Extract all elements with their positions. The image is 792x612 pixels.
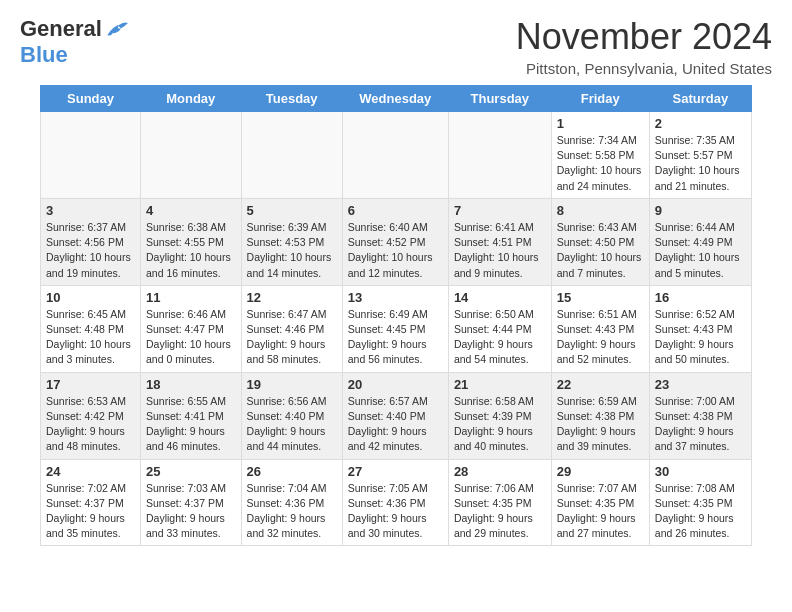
cell-info: Sunrise: 6:59 AM Sunset: 4:38 PM Dayligh… — [557, 394, 644, 455]
day-number: 24 — [46, 464, 135, 479]
table-row: 17Sunrise: 6:53 AM Sunset: 4:42 PM Dayli… — [41, 372, 141, 459]
table-row — [448, 112, 551, 199]
day-number: 1 — [557, 116, 644, 131]
cell-info: Sunrise: 7:06 AM Sunset: 4:35 PM Dayligh… — [454, 481, 546, 542]
day-number: 7 — [454, 203, 546, 218]
table-row: 20Sunrise: 6:57 AM Sunset: 4:40 PM Dayli… — [342, 372, 448, 459]
table-row: 11Sunrise: 6:46 AM Sunset: 4:47 PM Dayli… — [141, 285, 242, 372]
day-number: 18 — [146, 377, 236, 392]
logo-blue: Blue — [20, 42, 68, 67]
cell-info: Sunrise: 7:08 AM Sunset: 4:35 PM Dayligh… — [655, 481, 746, 542]
table-row: 10Sunrise: 6:45 AM Sunset: 4:48 PM Dayli… — [41, 285, 141, 372]
table-row: 1Sunrise: 7:34 AM Sunset: 5:58 PM Daylig… — [551, 112, 649, 199]
table-row: 29Sunrise: 7:07 AM Sunset: 4:35 PM Dayli… — [551, 459, 649, 546]
cell-info: Sunrise: 6:37 AM Sunset: 4:56 PM Dayligh… — [46, 220, 135, 281]
logo-general: General — [20, 16, 102, 42]
table-row: 7Sunrise: 6:41 AM Sunset: 4:51 PM Daylig… — [448, 198, 551, 285]
calendar-row-5: 24Sunrise: 7:02 AM Sunset: 4:37 PM Dayli… — [41, 459, 752, 546]
table-row: 3Sunrise: 6:37 AM Sunset: 4:56 PM Daylig… — [41, 198, 141, 285]
day-number: 25 — [146, 464, 236, 479]
day-number: 4 — [146, 203, 236, 218]
day-number: 23 — [655, 377, 746, 392]
table-row: 14Sunrise: 6:50 AM Sunset: 4:44 PM Dayli… — [448, 285, 551, 372]
location: Pittston, Pennsylvania, United States — [516, 60, 772, 77]
cell-info: Sunrise: 7:03 AM Sunset: 4:37 PM Dayligh… — [146, 481, 236, 542]
day-headers-row: SundayMondayTuesdayWednesdayThursdayFrid… — [41, 86, 752, 112]
page-header: General Blue November 2024 Pittston, Pen… — [0, 0, 792, 85]
cell-info: Sunrise: 6:55 AM Sunset: 4:41 PM Dayligh… — [146, 394, 236, 455]
table-row: 25Sunrise: 7:03 AM Sunset: 4:37 PM Dayli… — [141, 459, 242, 546]
table-row: 2Sunrise: 7:35 AM Sunset: 5:57 PM Daylig… — [649, 112, 751, 199]
day-number: 30 — [655, 464, 746, 479]
cell-info: Sunrise: 7:35 AM Sunset: 5:57 PM Dayligh… — [655, 133, 746, 194]
cell-info: Sunrise: 7:00 AM Sunset: 4:38 PM Dayligh… — [655, 394, 746, 455]
table-row: 9Sunrise: 6:44 AM Sunset: 4:49 PM Daylig… — [649, 198, 751, 285]
table-row — [141, 112, 242, 199]
day-number: 19 — [247, 377, 337, 392]
table-row: 12Sunrise: 6:47 AM Sunset: 4:46 PM Dayli… — [241, 285, 342, 372]
day-number: 28 — [454, 464, 546, 479]
day-number: 13 — [348, 290, 443, 305]
day-number: 14 — [454, 290, 546, 305]
table-row: 15Sunrise: 6:51 AM Sunset: 4:43 PM Dayli… — [551, 285, 649, 372]
cell-info: Sunrise: 7:05 AM Sunset: 4:36 PM Dayligh… — [348, 481, 443, 542]
logo: General Blue — [20, 16, 130, 68]
cell-info: Sunrise: 6:49 AM Sunset: 4:45 PM Dayligh… — [348, 307, 443, 368]
table-row: 24Sunrise: 7:02 AM Sunset: 4:37 PM Dayli… — [41, 459, 141, 546]
table-row: 26Sunrise: 7:04 AM Sunset: 4:36 PM Dayli… — [241, 459, 342, 546]
cell-info: Sunrise: 6:40 AM Sunset: 4:52 PM Dayligh… — [348, 220, 443, 281]
cell-info: Sunrise: 7:04 AM Sunset: 4:36 PM Dayligh… — [247, 481, 337, 542]
day-number: 21 — [454, 377, 546, 392]
day-number: 15 — [557, 290, 644, 305]
table-row: 6Sunrise: 6:40 AM Sunset: 4:52 PM Daylig… — [342, 198, 448, 285]
table-row — [41, 112, 141, 199]
table-row: 22Sunrise: 6:59 AM Sunset: 4:38 PM Dayli… — [551, 372, 649, 459]
cell-info: Sunrise: 7:34 AM Sunset: 5:58 PM Dayligh… — [557, 133, 644, 194]
day-number: 12 — [247, 290, 337, 305]
cell-info: Sunrise: 6:43 AM Sunset: 4:50 PM Dayligh… — [557, 220, 644, 281]
day-header-sunday: Sunday — [41, 86, 141, 112]
table-row: 19Sunrise: 6:56 AM Sunset: 4:40 PM Dayli… — [241, 372, 342, 459]
calendar-row-4: 17Sunrise: 6:53 AM Sunset: 4:42 PM Dayli… — [41, 372, 752, 459]
table-row: 23Sunrise: 7:00 AM Sunset: 4:38 PM Dayli… — [649, 372, 751, 459]
day-header-tuesday: Tuesday — [241, 86, 342, 112]
table-row: 5Sunrise: 6:39 AM Sunset: 4:53 PM Daylig… — [241, 198, 342, 285]
day-header-monday: Monday — [141, 86, 242, 112]
cell-info: Sunrise: 6:39 AM Sunset: 4:53 PM Dayligh… — [247, 220, 337, 281]
table-row: 4Sunrise: 6:38 AM Sunset: 4:55 PM Daylig… — [141, 198, 242, 285]
day-header-thursday: Thursday — [448, 86, 551, 112]
month-title: November 2024 — [516, 16, 772, 58]
table-row: 30Sunrise: 7:08 AM Sunset: 4:35 PM Dayli… — [649, 459, 751, 546]
cell-info: Sunrise: 6:50 AM Sunset: 4:44 PM Dayligh… — [454, 307, 546, 368]
cell-info: Sunrise: 6:53 AM Sunset: 4:42 PM Dayligh… — [46, 394, 135, 455]
day-number: 6 — [348, 203, 443, 218]
table-row: 8Sunrise: 6:43 AM Sunset: 4:50 PM Daylig… — [551, 198, 649, 285]
calendar-table: SundayMondayTuesdayWednesdayThursdayFrid… — [40, 85, 752, 546]
day-number: 16 — [655, 290, 746, 305]
table-row — [241, 112, 342, 199]
cell-info: Sunrise: 6:45 AM Sunset: 4:48 PM Dayligh… — [46, 307, 135, 368]
cell-info: Sunrise: 6:41 AM Sunset: 4:51 PM Dayligh… — [454, 220, 546, 281]
cell-info: Sunrise: 6:38 AM Sunset: 4:55 PM Dayligh… — [146, 220, 236, 281]
calendar-row-1: 1Sunrise: 7:34 AM Sunset: 5:58 PM Daylig… — [41, 112, 752, 199]
cell-info: Sunrise: 6:56 AM Sunset: 4:40 PM Dayligh… — [247, 394, 337, 455]
table-row: 13Sunrise: 6:49 AM Sunset: 4:45 PM Dayli… — [342, 285, 448, 372]
day-number: 11 — [146, 290, 236, 305]
logo-bird-icon — [104, 19, 128, 39]
day-number: 10 — [46, 290, 135, 305]
cell-info: Sunrise: 6:52 AM Sunset: 4:43 PM Dayligh… — [655, 307, 746, 368]
day-header-friday: Friday — [551, 86, 649, 112]
day-number: 9 — [655, 203, 746, 218]
cell-info: Sunrise: 6:44 AM Sunset: 4:49 PM Dayligh… — [655, 220, 746, 281]
cell-info: Sunrise: 7:07 AM Sunset: 4:35 PM Dayligh… — [557, 481, 644, 542]
calendar-wrapper: SundayMondayTuesdayWednesdayThursdayFrid… — [0, 85, 792, 562]
day-header-saturday: Saturday — [649, 86, 751, 112]
day-number: 5 — [247, 203, 337, 218]
day-number: 26 — [247, 464, 337, 479]
table-row: 18Sunrise: 6:55 AM Sunset: 4:41 PM Dayli… — [141, 372, 242, 459]
table-row: 21Sunrise: 6:58 AM Sunset: 4:39 PM Dayli… — [448, 372, 551, 459]
day-number: 17 — [46, 377, 135, 392]
cell-info: Sunrise: 6:47 AM Sunset: 4:46 PM Dayligh… — [247, 307, 337, 368]
cell-info: Sunrise: 6:51 AM Sunset: 4:43 PM Dayligh… — [557, 307, 644, 368]
day-number: 29 — [557, 464, 644, 479]
